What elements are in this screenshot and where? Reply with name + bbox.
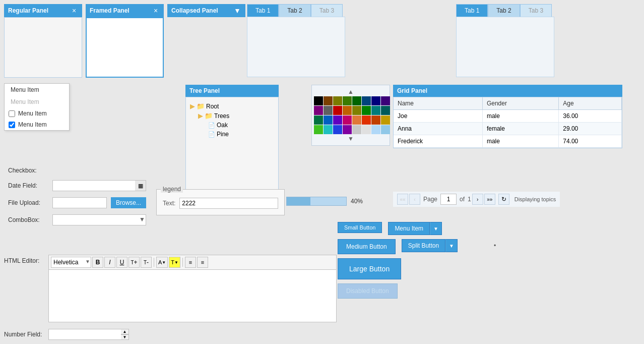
framed-panel-close[interactable]: ×: [152, 7, 160, 15]
tree-node-oak[interactable]: 📄 Oak: [190, 121, 274, 130]
color-cell[interactable]: [362, 116, 371, 125]
tab-2-1[interactable]: Tab 1: [456, 4, 488, 17]
color-cell[interactable]: [343, 125, 352, 134]
color-cell[interactable]: [314, 96, 323, 105]
form-section: Checkbox: Date Field: ▦ File Upload: Bro…: [4, 164, 150, 228]
regular-panel-close[interactable]: ×: [70, 7, 78, 15]
tab-bar-1: Tab 1 Tab 2 Tab 3: [247, 4, 345, 17]
spin-down[interactable]: ▼: [121, 334, 129, 340]
menu-panel: Menu Item Menu Item Menu Item Menu Item: [4, 83, 70, 131]
color-cell[interactable]: [314, 106, 323, 115]
color-cell[interactable]: [343, 106, 352, 115]
menu-item-button[interactable]: Menu Item: [388, 222, 430, 235]
color-cell[interactable]: [381, 106, 390, 115]
color-cell[interactable]: [381, 125, 390, 134]
browse-button[interactable]: Browse...: [111, 197, 146, 208]
text-highlight-button[interactable]: T ▼: [169, 257, 180, 268]
color-scroll-down[interactable]: ▼: [314, 134, 388, 143]
color-cell[interactable]: [324, 116, 333, 125]
color-cell[interactable]: [333, 116, 342, 125]
tree-node-pine[interactable]: 📄 Pine: [190, 130, 274, 139]
align-right-button[interactable]: ≡: [197, 257, 208, 268]
color-cell[interactable]: [333, 125, 342, 134]
font-color-button[interactable]: A ▼: [156, 257, 168, 268]
next-page-button[interactable]: ›: [472, 194, 483, 205]
subscript-button[interactable]: T-: [141, 257, 152, 268]
split-button-arrow[interactable]: ▼: [445, 239, 458, 252]
date-input-wrapper: ▦: [52, 180, 146, 191]
small-button[interactable]: Small Button: [338, 222, 382, 233]
menu-checkbox-3[interactable]: [9, 110, 15, 117]
color-cell[interactable]: [362, 96, 371, 105]
legend-text-label: Text:: [163, 200, 175, 207]
number-input[interactable]: [48, 329, 129, 340]
tab-1-2[interactable]: Tab 2: [279, 4, 310, 17]
collapsed-panel-header[interactable]: Collapsed Panel ▼: [167, 4, 245, 17]
spin-up[interactable]: ▲: [121, 329, 129, 334]
color-cell[interactable]: [362, 125, 371, 134]
col-gender[interactable]: Gender: [482, 97, 558, 110]
color-cell[interactable]: [352, 106, 361, 115]
table-cell-name: Anna: [394, 123, 482, 135]
refresh-button[interactable]: ↻: [498, 194, 509, 205]
large-button[interactable]: Large Button: [338, 258, 401, 279]
color-picker: ▲ ▼: [311, 85, 390, 146]
color-cell[interactable]: [333, 106, 342, 115]
menu-item-arrow-button[interactable]: ▼: [430, 222, 442, 235]
color-cell[interactable]: [324, 125, 333, 134]
tab-2-2[interactable]: Tab 2: [488, 4, 520, 17]
bold-button[interactable]: B: [92, 257, 103, 268]
number-field-label: Number Field:: [4, 331, 44, 338]
tree-node-root[interactable]: ▶ 📁 Root: [190, 101, 274, 111]
color-cell[interactable]: [324, 106, 333, 115]
font-select[interactable]: Helvetica: [51, 257, 91, 268]
color-cell[interactable]: [352, 96, 361, 105]
menu-checkbox-4[interactable]: [9, 122, 15, 128]
color-cell[interactable]: [371, 116, 380, 125]
progress-bar-bg: [286, 197, 347, 206]
menu-item-3[interactable]: Menu Item: [5, 108, 69, 119]
color-cell[interactable]: [362, 106, 371, 115]
superscript-button[interactable]: T+: [128, 257, 140, 268]
menu-item-1[interactable]: Menu Item: [5, 84, 69, 96]
editor-area[interactable]: [48, 269, 337, 322]
color-cell[interactable]: [324, 96, 333, 105]
color-cell[interactable]: [371, 125, 380, 134]
date-input[interactable]: [52, 180, 146, 191]
italic-button[interactable]: I: [104, 257, 115, 268]
number-input-wrapper: ▲ ▼: [48, 329, 129, 340]
col-age[interactable]: Age: [559, 97, 622, 110]
last-page-button[interactable]: »»: [484, 194, 495, 205]
medium-button[interactable]: Medium Button: [338, 239, 396, 254]
menu-item-4[interactable]: Menu Item: [5, 119, 69, 130]
split-button-main[interactable]: Split Button: [402, 239, 445, 252]
file-icon-pine: 📄: [208, 131, 215, 138]
color-cell[interactable]: [381, 116, 390, 125]
framed-panel-body: [86, 17, 164, 78]
color-cell[interactable]: [352, 125, 361, 134]
date-trigger[interactable]: ▦: [135, 180, 146, 191]
color-scroll-up[interactable]: ▲: [314, 87, 388, 96]
color-cell[interactable]: [333, 96, 342, 105]
combo-select[interactable]: [52, 214, 146, 225]
color-cell[interactable]: [352, 116, 361, 125]
tree-node-trees[interactable]: ▶ 📁 Trees: [190, 111, 274, 121]
disabled-button: Disabled Button: [338, 283, 398, 299]
color-cell[interactable]: [381, 96, 390, 105]
tab-1-1[interactable]: Tab 1: [247, 4, 279, 17]
color-cell[interactable]: [371, 106, 380, 115]
page-input[interactable]: [440, 194, 457, 205]
collapsed-panel-toggle[interactable]: ▼: [233, 7, 241, 15]
underline-button[interactable]: U: [116, 257, 127, 268]
color-cell[interactable]: [314, 116, 323, 125]
color-cell[interactable]: [343, 96, 352, 105]
file-input[interactable]: [52, 197, 107, 208]
color-cell[interactable]: [343, 116, 352, 125]
color-cell[interactable]: [314, 125, 323, 134]
color-cell[interactable]: [371, 96, 380, 105]
align-left-button[interactable]: ≡: [185, 257, 196, 268]
tab-panel-2: Tab 1 Tab 2 Tab 3: [456, 4, 554, 77]
col-name[interactable]: Name: [394, 97, 482, 110]
progress-text: 40%: [351, 198, 363, 205]
legend-text-input[interactable]: [179, 198, 278, 209]
